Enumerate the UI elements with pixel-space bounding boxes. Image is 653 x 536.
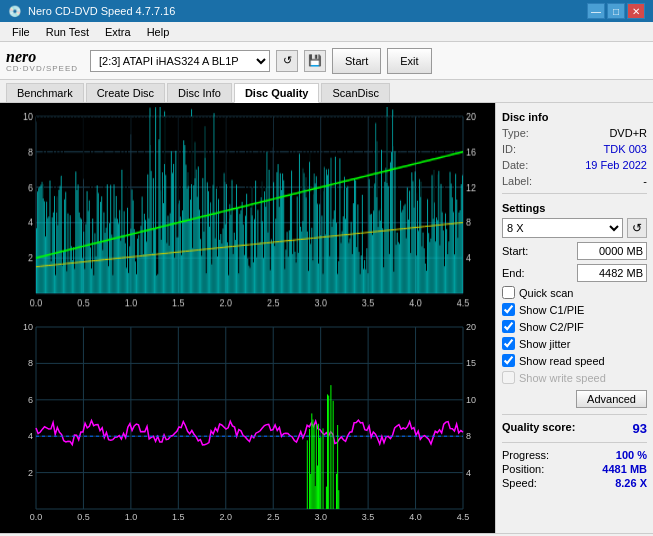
top-chart — [4, 107, 491, 317]
menu-bar: File Run Test Extra Help — [0, 22, 653, 42]
minimize-button[interactable]: — — [587, 3, 605, 19]
info-panel: Disc info Type: DVD+R ID: TDK 003 Date: … — [495, 103, 653, 533]
maximize-button[interactable]: □ — [607, 3, 625, 19]
menu-help[interactable]: Help — [139, 24, 178, 40]
show-read-speed-checkbox[interactable] — [502, 354, 515, 367]
save-icon[interactable]: 💾 — [304, 50, 326, 72]
show-c2pif-label: Show C2/PIF — [519, 321, 584, 333]
position-value: 4481 MB — [602, 463, 647, 475]
quality-value: 93 — [633, 421, 647, 436]
refresh-icon[interactable]: ↺ — [276, 50, 298, 72]
id-label: ID: — [502, 143, 516, 155]
quick-scan-label: Quick scan — [519, 287, 573, 299]
advanced-button[interactable]: Advanced — [576, 390, 647, 408]
settings-title: Settings — [502, 202, 647, 214]
end-input[interactable] — [577, 264, 647, 282]
app-icon: 💿 — [8, 5, 22, 18]
main-content: Disc info Type: DVD+R ID: TDK 003 Date: … — [0, 103, 653, 533]
date-value: 19 Feb 2022 — [585, 159, 647, 171]
bottom-chart — [4, 319, 491, 529]
show-read-speed-label: Show read speed — [519, 355, 605, 367]
menu-extra[interactable]: Extra — [97, 24, 139, 40]
title-bar: 💿 Nero CD-DVD Speed 4.7.7.16 — □ ✕ — [0, 0, 653, 22]
disc-label-value: - — [643, 175, 647, 187]
window-title: Nero CD-DVD Speed 4.7.7.16 — [28, 5, 175, 17]
show-jitter-label: Show jitter — [519, 338, 570, 350]
show-c2pif-checkbox[interactable] — [502, 320, 515, 333]
close-button[interactable]: ✕ — [627, 3, 645, 19]
menu-run-test[interactable]: Run Test — [38, 24, 97, 40]
show-c1pie-checkbox[interactable] — [502, 303, 515, 316]
window-controls: — □ ✕ — [587, 3, 645, 19]
tab-scan-disc[interactable]: ScanDisc — [321, 83, 389, 102]
show-c1pie-label: Show C1/PIE — [519, 304, 584, 316]
quick-scan-checkbox[interactable] — [502, 286, 515, 299]
show-write-speed-checkbox — [502, 371, 515, 384]
nero-logo: nero CD·DVD/SPEED — [6, 49, 78, 73]
progress-label: Progress: — [502, 449, 549, 461]
speed-select[interactable]: 8 X — [502, 218, 623, 238]
toolbar: nero CD·DVD/SPEED [2:3] ATAPI iHAS324 A … — [0, 42, 653, 80]
start-button[interactable]: Start — [332, 48, 381, 74]
drive-select[interactable]: [2:3] ATAPI iHAS324 A BL1P — [90, 50, 270, 72]
tab-disc-quality[interactable]: Disc Quality — [234, 83, 320, 103]
tab-bar: Benchmark Create Disc Disc Info Disc Qua… — [0, 80, 653, 103]
quality-label: Quality score: — [502, 421, 575, 436]
id-value: TDK 003 — [604, 143, 647, 155]
tab-disc-info[interactable]: Disc Info — [167, 83, 232, 102]
speed-value: 8.26 X — [615, 477, 647, 489]
show-jitter-checkbox[interactable] — [502, 337, 515, 350]
type-value: DVD+R — [609, 127, 647, 139]
position-label: Position: — [502, 463, 544, 475]
exit-button[interactable]: Exit — [387, 48, 431, 74]
charts-area — [0, 103, 495, 533]
disc-label-label: Label: — [502, 175, 532, 187]
date-label: Date: — [502, 159, 528, 171]
start-label: Start: — [502, 245, 528, 257]
speed-label: Speed: — [502, 477, 537, 489]
show-write-speed-label: Show write speed — [519, 372, 606, 384]
start-input[interactable] — [577, 242, 647, 260]
menu-file[interactable]: File — [4, 24, 38, 40]
disc-info-title: Disc info — [502, 111, 647, 123]
end-label: End: — [502, 267, 525, 279]
progress-value: 100 % — [616, 449, 647, 461]
tab-create-disc[interactable]: Create Disc — [86, 83, 165, 102]
settings-refresh-icon[interactable]: ↺ — [627, 218, 647, 238]
tab-benchmark[interactable]: Benchmark — [6, 83, 84, 102]
type-label: Type: — [502, 127, 529, 139]
